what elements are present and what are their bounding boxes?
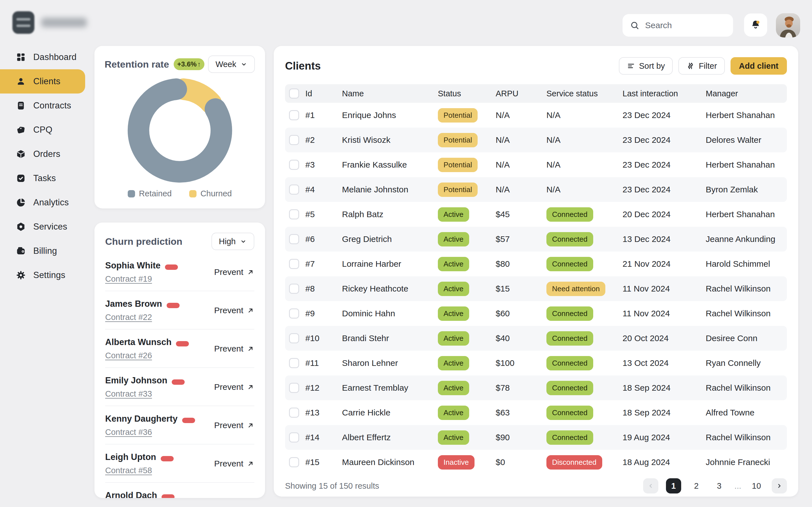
sidebar-item-label: Orders [33, 149, 60, 159]
sidebar-item-services[interactable]: Services [0, 215, 85, 239]
table-row[interactable]: #14Albert EffertzActive$90Connected19 Au… [285, 425, 787, 450]
prevent-link[interactable]: Prevent [214, 420, 254, 430]
pagination-prev-button[interactable] [643, 478, 658, 494]
pagination-page-2[interactable]: 2 [689, 478, 704, 494]
cell-name: Albert Effertz [342, 433, 438, 442]
cell-manager: Delores Walter [706, 135, 787, 145]
contract-link[interactable]: Contract #36 [105, 428, 152, 437]
cell-arpu: $40 [496, 334, 546, 343]
churn-client-name: Emily Johnson [105, 376, 167, 385]
prevent-link[interactable]: Prevent [214, 382, 254, 392]
high-risk-indicator [165, 265, 178, 270]
row-checkbox[interactable] [289, 184, 299, 194]
row-checkbox[interactable] [289, 383, 299, 393]
prevent-link[interactable]: Prevent [214, 305, 254, 315]
churn-client-name: Arnold Dach [105, 490, 157, 498]
row-checkbox[interactable] [289, 110, 299, 120]
table-row[interactable]: #5Ralph BatzActive$45Connected20 Dec 202… [285, 202, 787, 227]
notifications-button[interactable] [744, 13, 767, 37]
cell-last-interaction: 19 Aug 2024 [622, 433, 706, 442]
row-checkbox[interactable] [289, 234, 299, 244]
user-avatar[interactable] [776, 13, 800, 38]
sidebar-item-label: Services [33, 222, 67, 232]
pagination-page-1[interactable]: 1 [666, 478, 681, 494]
table-row[interactable]: #7Lorraine HarberActive$80Connected21 No… [285, 251, 787, 276]
sidebar-item-settings[interactable]: Settings [0, 263, 85, 287]
table-row[interactable]: #13Carrie HickleActive$63Connected18 Sep… [285, 400, 787, 425]
prevent-link[interactable]: Prevent [214, 497, 254, 498]
sidebar-item-contracts[interactable]: Contracts [0, 94, 85, 118]
sidebar-item-label: Dashboard [33, 52, 77, 62]
sidebar-item-dashboard[interactable]: Dashboard [0, 45, 85, 69]
cell-last-interaction: 13 Dec 2024 [622, 234, 706, 244]
search-input[interactable] [645, 20, 726, 31]
retention-title-text: Retention rate [105, 59, 169, 70]
row-checkbox[interactable] [289, 209, 299, 219]
sidebar-item-billing[interactable]: Billing [0, 239, 85, 263]
contract-link[interactable]: Contract #26 [105, 351, 152, 360]
prevent-link[interactable]: Prevent [214, 344, 254, 353]
filter-button[interactable]: Filter [678, 57, 725, 75]
sidebar-item-orders[interactable]: Orders [0, 142, 85, 166]
cell-last-interaction: 13 Oct 2024 [622, 358, 706, 368]
sidebar-item-cpq[interactable]: CPQ [0, 118, 85, 142]
status-badge: Active [438, 257, 469, 271]
table-row[interactable]: #1Enrique JohnsPotentialN/AN/A23 Dec 202… [285, 103, 787, 128]
add-client-button[interactable]: Add client [730, 57, 787, 75]
row-checkbox[interactable] [289, 358, 299, 368]
row-checkbox[interactable] [289, 259, 299, 269]
status-badge: Active [438, 232, 469, 246]
row-checkbox[interactable] [289, 407, 299, 418]
cell-service-status: N/A [546, 185, 560, 194]
contract-link[interactable]: Contract #33 [105, 389, 152, 399]
cell-name: Greg Dietrich [342, 234, 438, 244]
table-row[interactable]: #3Frankie KassulkePotentialN/AN/A23 Dec … [285, 152, 787, 177]
status-badge: Active [438, 356, 469, 371]
table-row[interactable]: #11Sharon LehnerActive$100Connected13 Oc… [285, 351, 787, 376]
chevron-down-icon [240, 61, 248, 68]
status-badge: Potential [438, 133, 477, 147]
sidebar-item-analytics[interactable]: Analytics [0, 190, 85, 215]
donut-legend: RetainedChurned [105, 189, 255, 198]
select-all-checkbox[interactable] [289, 89, 299, 99]
row-checkbox[interactable] [289, 135, 299, 145]
sidebar-item-tasks[interactable]: Tasks [0, 166, 85, 190]
table-row[interactable]: #2Kristi WisozkPotentialN/AN/A23 Dec 202… [285, 128, 787, 152]
global-search[interactable] [622, 14, 733, 37]
legend-label: Churned [200, 189, 232, 198]
table-row[interactable]: #4Melanie JohnstonPotentialN/AN/A23 Dec … [285, 177, 787, 202]
sidebar-item-clients[interactable]: Clients [0, 69, 85, 94]
table-row[interactable]: #12Earnest TremblayActive$78Connected18 … [285, 376, 787, 400]
pagination-next-button[interactable] [772, 478, 787, 494]
pagination-page-10[interactable]: 10 [749, 478, 764, 494]
contract-link[interactable]: Contract #22 [105, 313, 152, 322]
legend-swatch [128, 190, 135, 198]
pagination-page-3[interactable]: 3 [712, 478, 727, 494]
prevent-link[interactable]: Prevent [214, 267, 254, 277]
chevron-right-icon [776, 483, 783, 489]
retention-period-select[interactable]: Week [208, 55, 255, 73]
churn-client-name: Leigh Upton [105, 452, 156, 462]
prevent-link[interactable]: Prevent [214, 459, 254, 468]
sort-by-button[interactable]: Sort by [619, 57, 673, 75]
churn-client-name: James Brown [105, 299, 162, 309]
column-header: Id [305, 89, 342, 98]
row-checkbox[interactable] [289, 160, 299, 170]
cell-service-status: N/A [546, 135, 560, 145]
row-checkbox[interactable] [289, 333, 299, 343]
row-checkbox[interactable] [289, 284, 299, 294]
contract-link[interactable]: Contract #58 [105, 466, 152, 475]
contract-link[interactable]: Contract #19 [105, 274, 152, 284]
bell-icon [750, 19, 762, 31]
row-checkbox[interactable] [289, 457, 299, 467]
row-checkbox[interactable] [289, 308, 299, 319]
table-row[interactable]: #10Brandi StehrActive$40Connected20 Oct … [285, 326, 787, 351]
table-row[interactable]: #15Maureen DickinsonInactive$0Disconnect… [285, 450, 787, 474]
status-badge: Active [438, 381, 469, 395]
row-checkbox[interactable] [289, 432, 299, 443]
table-row[interactable]: #9Dominic HahnActive$60Connected11 Nov 2… [285, 301, 787, 326]
cell-id: #15 [305, 457, 342, 467]
table-row[interactable]: #8Rickey HeathcoteActive$15Need attentio… [285, 276, 787, 301]
table-row[interactable]: #6Greg DietrichActive$57Connected13 Dec … [285, 227, 787, 251]
churn-level-select[interactable]: High [211, 233, 254, 250]
